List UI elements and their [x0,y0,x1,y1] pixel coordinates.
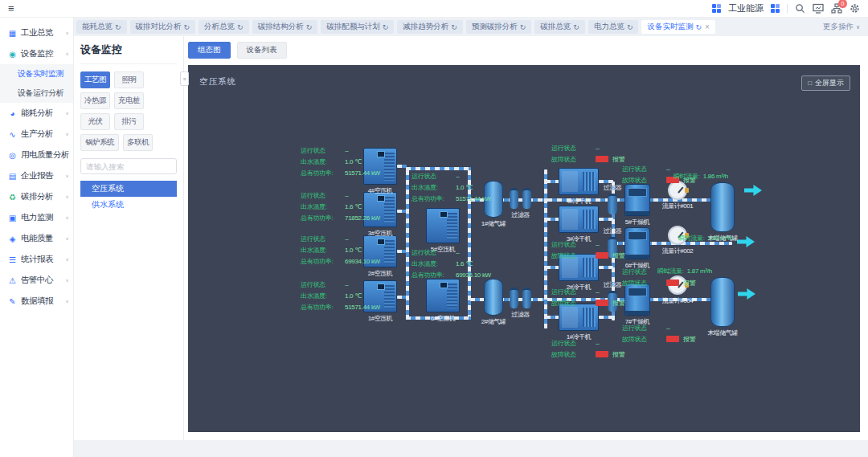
equipment-label: 1#储气罐 [465,219,522,228]
sidebar-item-label: 电力监测 [21,212,53,223]
status-value: 1.0 ℃ [456,184,473,191]
sidebar-item-11[interactable]: ✎数据填报∨ [0,291,73,312]
status-annotation: 运行状态--出水温度:1.0 ℃总有功功率:69934.10 kW [301,233,380,267]
sidebar-item-4[interactable]: ◎用电质量分析 [0,145,73,165]
more-actions-button[interactable]: 更多操作 ∨ [823,22,860,32]
status-label: 故障状态 [551,299,592,308]
tab-item-8[interactable]: 电力总览↻ [588,20,639,34]
sidebar-subitem-0[interactable]: 设备实时监测 [0,64,73,84]
tab-close-icon[interactable]: × [705,22,710,31]
settings-gear-icon[interactable] [850,3,860,14]
filter-button-group: 工艺图照明冷热源充电桩光伏排污锅炉系统多联机 [80,71,177,151]
sidebar-item-9[interactable]: ☰统计报表∨ [0,249,73,270]
status-line: 故障状态报警 [622,333,695,345]
flow-arrow-icon [738,288,755,300]
tab-refresh-icon[interactable]: ↻ [383,23,389,31]
filter-button-3[interactable]: 充电桩 [114,92,144,109]
tab-item-4[interactable]: 碳排配额与计划↻ [321,20,394,34]
view-button-0[interactable]: 组态图 [188,42,231,59]
sidebar-item-label: 电能质量 [21,233,53,244]
sidebar-item-6[interactable]: ♻碳排分析∨ [0,186,73,207]
status-value: -- [345,147,349,154]
filterpair-node[interactable] [510,288,531,308]
tab-item-0[interactable]: 能耗总览↻ [76,20,127,34]
tab-refresh-icon[interactable]: ↻ [306,23,313,31]
compressor-node[interactable] [426,279,460,312]
compressor-node[interactable] [426,208,460,243]
endtank-node[interactable] [710,182,735,232]
tab-item-7[interactable]: 碳排总览↻ [534,20,585,34]
fullscreen-button[interactable]: □ 全屏显示 [801,75,850,91]
status-line: 出水温度:1.0 ℃ [301,156,380,167]
endtank-node[interactable] [710,277,735,327]
tab-item-5[interactable]: 减排趋势分析↻ [397,20,463,34]
apps-menu-icon[interactable] [771,4,780,13]
tab-item-2[interactable]: 分析总览↻ [199,20,249,34]
sidebar-item-5[interactable]: ▤企业报告∨ [0,165,73,186]
sidebar-item-3[interactable]: ∿生产分析∨ [0,124,73,145]
menu-toggle-icon[interactable]: ≡ [8,3,14,14]
tab-item-6[interactable]: 预测碳排分析↻ [466,20,532,34]
chevron-up-icon: ∧ [65,51,69,56]
status-line: 运行状态-- [301,190,380,201]
system-list: 空压系统供水系统 [80,181,177,213]
sidebar-item-8[interactable]: ◈电能质量∨ [0,228,73,249]
tab-item-1[interactable]: 碳排对比分析↻ [130,20,196,34]
sidebar-item-7[interactable]: ▣电力监测∨ [0,207,73,228]
flow-value: 1.86 m³/h [703,173,728,180]
equipment-label: 4#冷干机 [539,197,618,206]
sidebar-item-0[interactable]: ▦工业总览∨ [0,22,73,43]
system-item-1[interactable]: 供水系统 [80,197,177,213]
org-alert-icon[interactable]: 0 [831,3,842,14]
sidebar-item-10[interactable]: ⚠告警中心∨ [0,270,73,291]
apps-icon[interactable] [712,4,721,13]
view-area: 组态图设备列表 空压系统 □ 全屏显示 4#空压机3#空压机2#空压机1#空压机… [184,36,868,440]
filter-button-5[interactable]: 排污 [114,113,144,130]
status-value: -- [345,235,349,243]
equipment-label: 流量计#002 [649,247,706,255]
status-line: 出水温度:1.0 ℃ [411,182,491,193]
status-line: 总有功功率:69936.10 kW [411,269,491,280]
filter-button-1[interactable]: 照明 [114,71,144,88]
sidebar-subitem-1[interactable]: 设备运行分析 [0,84,73,103]
tab-refresh-icon[interactable]: ↻ [237,23,244,31]
status-label: 总有功功率: [301,303,341,312]
flow-label: 瞬时流量: [678,235,705,242]
tab-refresh-icon[interactable]: ↻ [184,23,190,31]
status-label: 运行状态 [622,267,662,276]
status-line: 出水温度:1.0 ℃ [301,244,380,255]
tab-item-9[interactable]: 设备实时监测↻× [641,20,714,34]
tab-refresh-icon[interactable]: ↻ [115,23,121,31]
filter-button-2[interactable]: 冷热源 [80,92,110,109]
tab-refresh-icon[interactable]: ↻ [695,23,702,31]
filterpair-node[interactable] [510,188,531,209]
flow-readout: 瞬时流量:1.87 m³/h [657,267,712,275]
filter-button-0[interactable]: 工艺图 [80,71,110,88]
system-item-0[interactable]: 空压系统 [80,181,177,197]
search-icon[interactable] [795,3,805,14]
bigscreen-icon[interactable] [813,3,824,14]
sidebar-item-1[interactable]: ◉设备监控∧ [0,43,73,64]
filter-button-7[interactable]: 多联机 [123,134,153,151]
tab-label: 碳排总览 [540,22,571,32]
body: ▦工业总览∨◉设备监控∧设备实时监测设备运行分析◕能耗分析∨∿生产分析∨◎用电质… [0,18,868,457]
more-actions-label: 更多操作 [823,22,854,32]
tab-refresh-icon[interactable]: ↻ [573,23,579,31]
view-button-1[interactable]: 设备列表 [237,42,287,59]
power-icon: ▣ [7,214,18,222]
sidebar-item-label: 工业总览 [21,27,53,39]
target-icon: ◎ [7,151,18,160]
tab-refresh-icon[interactable]: ↻ [451,23,457,31]
tab-refresh-icon[interactable]: ↻ [627,23,633,31]
tab-refresh-icon[interactable]: ↻ [520,23,526,31]
status-value: -- [596,288,600,296]
filter-button-4[interactable]: 光伏 [80,113,110,130]
status-label: 出水温度: [411,183,452,192]
tab-list: 能耗总览↻碳排对比分析↻分析总览↻碳排结构分析↻碳排配额与计划↻减排趋势分析↻预… [76,20,823,34]
search-input[interactable] [80,158,177,174]
sidebar-item-2[interactable]: ◕能耗分析∨ [0,103,73,124]
panel-collapse-handle[interactable]: ≡ [180,71,189,86]
tab-item-3[interactable]: 碳排结构分析↻ [252,20,318,34]
filter-button-6[interactable]: 锅炉系统 [80,134,119,151]
status-value: -- [596,241,600,248]
